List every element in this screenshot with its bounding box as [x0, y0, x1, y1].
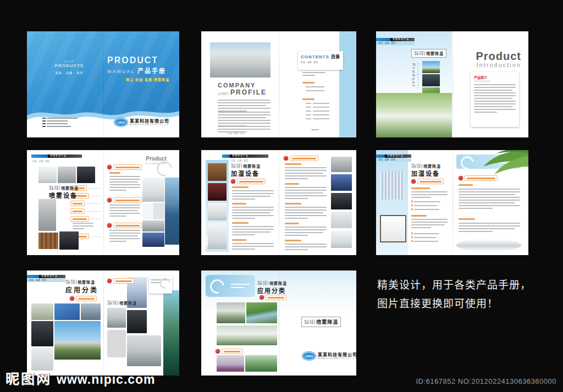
corner-card: [149, 276, 172, 294]
profile-title-en2: PROFILE: [230, 89, 267, 96]
spread-product-introduction: 喷雾降温产品 高效 · 品捷 · 易控 降尘 加湿造景 设备 喷雾降温 Prod…: [376, 31, 528, 137]
bullet-row: [411, 236, 444, 238]
cover-title-cn: 产品手册: [137, 66, 166, 75]
brand-lockup: 降尘 加湿造景 设备 喷雾降温: [411, 49, 446, 58]
header-black-bar: 喷雾降温产品: [385, 154, 411, 158]
spray-title: 喷雾设备: [49, 191, 78, 200]
section-subhead: [285, 240, 301, 241]
photo-white-box-machine: [208, 203, 227, 220]
spread-spray-equipment: 喷雾降温产品 高效 · 品捷 · 易控 降尘 加湿造景 设备 喷雾降温 喷雾设备…: [27, 150, 179, 255]
intro-headline-sub: Introduction: [460, 62, 521, 68]
section-subhead: [285, 163, 301, 165]
section-paragraph-skeleton: [459, 223, 520, 234]
photo-truck-dust: [107, 308, 126, 328]
profile-title-en1: COMPANY: [218, 82, 267, 89]
red-dot-icon: [231, 179, 235, 184]
photo-greenhouse-interior: [31, 303, 53, 320]
section-label: [107, 223, 142, 228]
page-fold: [279, 270, 279, 376]
apps-title: 应用分类: [65, 285, 98, 294]
red-dot-icon: [284, 156, 288, 161]
cover-tagline: 高效 · 品捷 · 易控: [46, 70, 93, 74]
photo-rock-waterfall-mist: [217, 302, 245, 323]
header-blue-chip: [222, 154, 230, 158]
section-subhead: [285, 183, 299, 185]
section-paragraph-skeleton: [285, 244, 327, 252]
photo-frame-cage: [331, 212, 352, 228]
section-paragraph-skeleton: [285, 187, 327, 201]
brand-lockup: 降尘 加湿造景 设备 喷雾降温: [107, 300, 137, 306]
bullet-row: [411, 201, 444, 202]
section-subhead: [285, 203, 301, 205]
spec-note-skeleton: [73, 223, 93, 231]
watermark-bar: 昵图网 www.nipic.com: [5, 368, 156, 388]
watermark-id-text: ID:6167852 NO:20120224130636360000: [416, 377, 556, 385]
cover-subtitle-yellow: 降尘·加湿·造景·喷雾降温: [126, 77, 169, 82]
section-label: [107, 164, 142, 170]
section-paragraph-skeleton: [411, 219, 448, 230]
photo-red-machine: [208, 183, 227, 201]
spread-cover: OUR PRODUCTS 高效 · 品捷 · 易控 PRODUCT MANUAL…: [27, 31, 179, 137]
promo-caption: 精美设计，用于各类产品手册， 图片直接更换即可使用！: [377, 276, 559, 313]
photo-panel-filter: [380, 215, 406, 242]
toc-item: [306, 111, 335, 112]
photo-bag-filter: [380, 171, 404, 200]
section-subhead: [232, 186, 249, 188]
page-fold: [279, 150, 279, 255]
left-swirl-panel: [206, 275, 255, 297]
spec-pill-row: [70, 201, 101, 206]
company-name-cn: 某某科技有限公司: [130, 119, 169, 124]
contact-line: [42, 126, 78, 127]
cover-title-en: PRODUCT: [107, 56, 169, 65]
humidify-title: 加湿设备: [231, 169, 260, 178]
photo-metal-parts: [142, 220, 164, 231]
apps-title: 应用分类: [257, 286, 286, 295]
brand-lockup: 降尘 加湿造景 设备 喷雾降温: [65, 279, 95, 285]
header-black-bar: 喷雾降温产品: [48, 154, 82, 158]
photo-misty-garden: [217, 325, 277, 345]
brand-lockup: 降尘 加湿造景 设备 喷雾降温: [257, 280, 287, 286]
red-dot-icon: [459, 176, 463, 180]
panel-text-line: [231, 287, 244, 288]
photo-misty-garden-landscape: [376, 93, 452, 137]
header-tagline-band: 高效 · 品捷 · 易控: [376, 42, 415, 45]
page-fold: [103, 31, 104, 137]
toc-item: [306, 103, 335, 104]
company-name-en: MOUMOU TECHNOLOGY CO., LTD: [318, 357, 356, 360]
photo-misty-quarry: [127, 335, 161, 366]
red-dot-icon: [216, 349, 220, 354]
section-paragraph-skeleton: [411, 191, 448, 200]
section-paragraph-skeleton: [285, 167, 327, 181]
bullet-list: [411, 233, 444, 244]
toc-item: [306, 107, 335, 108]
brand-lockup: 降尘 加湿造景 设备 喷雾降温: [411, 163, 441, 169]
intro-headline-en: Product: [460, 50, 521, 63]
section-label: [216, 349, 242, 354]
swirl-icon: [458, 153, 476, 172]
section-label: [411, 179, 444, 184]
section-label: [284, 156, 318, 161]
header-tagline-band: 高效 · 品捷 · 易控: [376, 158, 411, 162]
contents-note-skeleton: [302, 72, 325, 78]
intro-vertical-title-en: Product: [411, 63, 416, 92]
photo-green-river-garden: [246, 302, 277, 323]
photo-blue-aerial: [54, 303, 80, 320]
contents-list: [306, 103, 335, 122]
header-black-bar: 喷雾降温产品: [390, 38, 415, 41]
section-subhead: [285, 223, 299, 224]
section-subhead: [459, 184, 473, 186]
photo-wood-slats: [38, 233, 58, 249]
company-name-en: MOUMOU TECHNOLOGY CO., LTD: [130, 124, 169, 126]
photo-blue-device: [142, 233, 164, 247]
photo-factory-building: [210, 42, 271, 78]
toc-item: [306, 90, 335, 91]
contents-title-cn: 目录: [331, 53, 340, 59]
contents-card: CONTENTS 目录 高效 · 品捷 · 易控: [298, 51, 343, 70]
section-label: [70, 296, 97, 301]
header-tagline: 高效 · 品捷 · 易控: [32, 159, 49, 163]
section-subhead: [459, 218, 475, 220]
section-label: [260, 295, 286, 300]
section-subhead: [232, 203, 246, 205]
section-paragraph-skeleton: [285, 227, 327, 238]
bullet-row: [411, 208, 444, 210]
